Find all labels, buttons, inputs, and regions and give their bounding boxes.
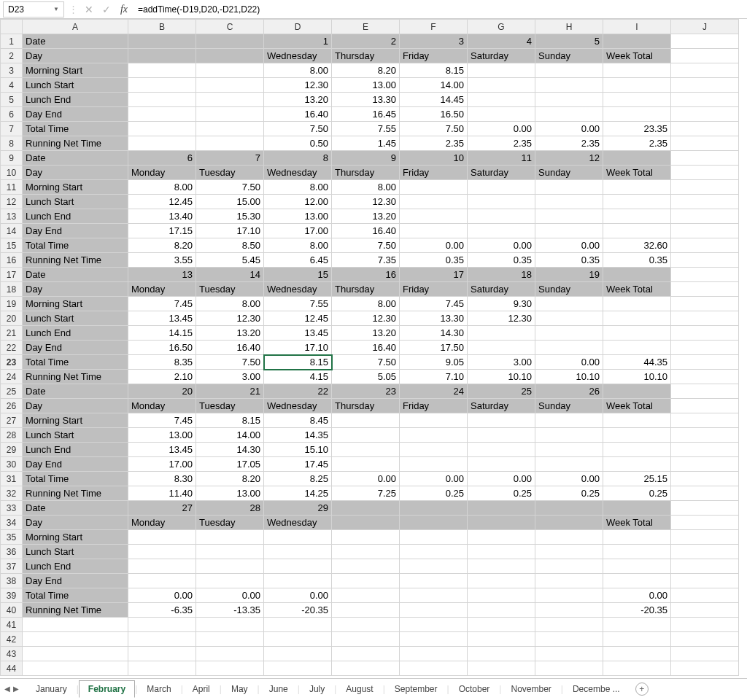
cell-G16[interactable]: 0.35 bbox=[468, 253, 535, 268]
cell-I22[interactable] bbox=[603, 341, 671, 355]
cell-G2[interactable]: Saturday bbox=[468, 49, 535, 63]
cell-I36[interactable] bbox=[603, 545, 671, 559]
formula-input[interactable] bbox=[135, 1, 744, 18]
cell-I39[interactable]: 0.00 bbox=[603, 588, 671, 603]
cell-I4[interactable] bbox=[603, 78, 671, 93]
row-header-30[interactable]: 30 bbox=[1, 457, 23, 472]
cell-J37[interactable] bbox=[671, 559, 739, 574]
cell-F13[interactable] bbox=[400, 209, 468, 224]
cell-I20[interactable] bbox=[603, 311, 671, 326]
cell-B2[interactable] bbox=[128, 49, 196, 63]
cell-A24[interactable]: Running Net Time bbox=[23, 370, 128, 384]
cell-D42[interactable] bbox=[264, 632, 332, 647]
cell-D18[interactable]: Wednesday bbox=[264, 282, 332, 297]
cell-A10[interactable]: Day bbox=[23, 166, 128, 180]
cell-B15[interactable]: 8.20 bbox=[128, 238, 196, 253]
cell-F16[interactable]: 0.35 bbox=[400, 253, 468, 268]
cell-E33[interactable] bbox=[332, 501, 400, 516]
cell-G29[interactable] bbox=[468, 443, 535, 457]
cell-C28[interactable]: 14.00 bbox=[196, 428, 264, 443]
cell-C14[interactable]: 17.10 bbox=[196, 224, 264, 238]
cell-B9[interactable]: 6 bbox=[128, 151, 196, 166]
cell-E3[interactable]: 8.20 bbox=[332, 63, 400, 78]
cell-J21[interactable] bbox=[671, 326, 739, 341]
cell-H2[interactable]: Sunday bbox=[535, 49, 603, 63]
cell-D30[interactable]: 17.45 bbox=[264, 457, 332, 472]
cell-C5[interactable] bbox=[196, 93, 264, 107]
cell-H10[interactable]: Sunday bbox=[535, 166, 603, 180]
cell-H8[interactable]: 2.35 bbox=[535, 136, 603, 151]
cell-B25[interactable]: 20 bbox=[128, 384, 196, 399]
cell-A37[interactable]: Lunch End bbox=[23, 559, 128, 574]
sheet-tab-may[interactable]: May bbox=[222, 680, 258, 697]
cell-H17[interactable]: 19 bbox=[535, 268, 603, 282]
cell-C9[interactable]: 7 bbox=[196, 151, 264, 166]
cell-F33[interactable] bbox=[400, 501, 468, 516]
cell-C19[interactable]: 8.00 bbox=[196, 297, 264, 311]
cell-C30[interactable]: 17.05 bbox=[196, 457, 264, 472]
cell-F35[interactable] bbox=[400, 530, 468, 545]
cell-J24[interactable] bbox=[671, 370, 739, 384]
cell-H21[interactable] bbox=[535, 326, 603, 341]
cell-E43[interactable] bbox=[332, 647, 400, 661]
cell-H37[interactable] bbox=[535, 559, 603, 574]
cell-A38[interactable]: Day End bbox=[23, 574, 128, 588]
cell-G12[interactable] bbox=[468, 195, 535, 209]
cell-E41[interactable] bbox=[332, 618, 400, 632]
cell-I25[interactable] bbox=[603, 384, 671, 399]
cell-A12[interactable]: Lunch Start bbox=[23, 195, 128, 209]
cell-D17[interactable]: 15 bbox=[264, 268, 332, 282]
sheet-tab-july[interactable]: July bbox=[300, 680, 334, 697]
cell-B23[interactable]: 8.35 bbox=[128, 355, 196, 370]
cell-G33[interactable] bbox=[468, 501, 535, 516]
cell-A39[interactable]: Total Time bbox=[23, 588, 128, 603]
cell-F43[interactable] bbox=[400, 647, 468, 661]
cell-B13[interactable]: 13.40 bbox=[128, 209, 196, 224]
cell-H11[interactable] bbox=[535, 180, 603, 195]
row-header-32[interactable]: 32 bbox=[1, 486, 23, 501]
cell-A6[interactable]: Day End bbox=[23, 107, 128, 122]
cell-F44[interactable] bbox=[400, 661, 468, 676]
cell-C35[interactable] bbox=[196, 530, 264, 545]
cell-C2[interactable] bbox=[196, 49, 264, 63]
cell-C10[interactable]: Tuesday bbox=[196, 166, 264, 180]
cell-F34[interactable] bbox=[400, 516, 468, 530]
sheet-tab-june[interactable]: June bbox=[260, 680, 298, 697]
cell-H14[interactable] bbox=[535, 224, 603, 238]
cell-H29[interactable] bbox=[535, 443, 603, 457]
cell-I16[interactable]: 0.35 bbox=[603, 253, 671, 268]
cell-D1[interactable]: 1 bbox=[264, 34, 332, 49]
cell-D33[interactable]: 29 bbox=[264, 501, 332, 516]
cell-F41[interactable] bbox=[400, 618, 468, 632]
cell-E14[interactable]: 16.40 bbox=[332, 224, 400, 238]
spreadsheet-grid[interactable]: ABCDEFGHIJ1Date123452DayWednesdayThursda… bbox=[0, 19, 739, 676]
cell-J6[interactable] bbox=[671, 107, 739, 122]
cell-E20[interactable]: 12.30 bbox=[332, 311, 400, 326]
row-header-40[interactable]: 40 bbox=[1, 603, 23, 618]
sheet-tab-decembe[interactable]: Decembe ... bbox=[563, 680, 630, 697]
cell-I33[interactable] bbox=[603, 501, 671, 516]
fx-icon[interactable]: fx bbox=[117, 4, 131, 15]
cell-B14[interactable]: 17.15 bbox=[128, 224, 196, 238]
cell-A2[interactable]: Day bbox=[23, 49, 128, 63]
cell-J38[interactable] bbox=[671, 574, 739, 588]
cell-A27[interactable]: Morning Start bbox=[23, 413, 128, 428]
col-header-B[interactable]: B bbox=[128, 20, 196, 34]
cell-A15[interactable]: Total Time bbox=[23, 238, 128, 253]
cell-J44[interactable] bbox=[671, 661, 739, 676]
cell-A18[interactable]: Day bbox=[23, 282, 128, 297]
tab-nav-prev-icon[interactable]: ◀ bbox=[4, 685, 10, 693]
sheet-tab-april[interactable]: April bbox=[183, 680, 220, 697]
cell-H9[interactable]: 12 bbox=[535, 151, 603, 166]
cell-E13[interactable]: 13.20 bbox=[332, 209, 400, 224]
cell-B4[interactable] bbox=[128, 78, 196, 93]
cell-B39[interactable]: 0.00 bbox=[128, 588, 196, 603]
cell-G1[interactable]: 4 bbox=[468, 34, 535, 49]
grid-area[interactable]: ABCDEFGHIJ1Date123452DayWednesdayThursda… bbox=[0, 19, 747, 678]
row-header-19[interactable]: 19 bbox=[1, 297, 23, 311]
cell-C31[interactable]: 8.20 bbox=[196, 472, 264, 486]
cell-E42[interactable] bbox=[332, 632, 400, 647]
cell-A16[interactable]: Running Net Time bbox=[23, 253, 128, 268]
cell-J27[interactable] bbox=[671, 413, 739, 428]
cell-E32[interactable]: 7.25 bbox=[332, 486, 400, 501]
